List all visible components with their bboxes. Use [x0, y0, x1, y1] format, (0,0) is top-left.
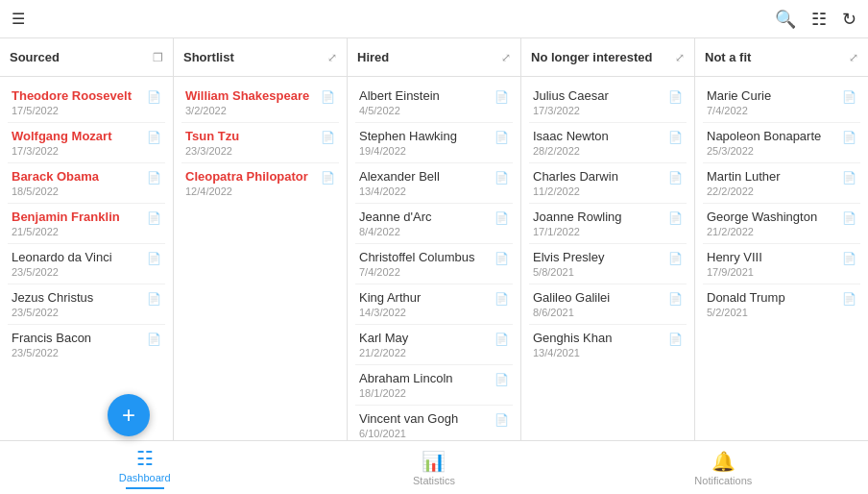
list-item[interactable]: Benjamin Franklin21/5/2022📄	[8, 204, 165, 244]
card-date: 21/5/2022	[12, 226, 143, 237]
list-item[interactable]: Isaac Newton28/2/2022📄	[529, 123, 687, 163]
card-action-icon[interactable]: 📄	[668, 171, 683, 185]
card-action-icon[interactable]: 📄	[321, 171, 335, 185]
nav-item-statistics[interactable]: 📊Statistics	[289, 450, 578, 486]
list-item[interactable]: Francis Bacon23/5/2022📄	[8, 325, 165, 364]
card-date: 4/5/2022	[359, 105, 491, 116]
menu-icon[interactable]: ☰	[12, 10, 25, 28]
card-action-icon[interactable]: 📄	[494, 373, 509, 386]
card-name: Donald Trump	[707, 290, 838, 305]
card-action-icon[interactable]: 📄	[494, 211, 509, 225]
card-action-icon[interactable]: 📄	[494, 413, 509, 427]
column-expand-sourced[interactable]: ❐	[153, 51, 163, 64]
list-item[interactable]: Napoleon Bonaparte25/3/2022📄	[703, 123, 860, 163]
card-action-icon[interactable]: 📄	[842, 131, 856, 144]
list-item[interactable]: Christoffel Columbus7/4/2022📄	[355, 244, 513, 284]
list-item[interactable]: Henry VIII17/9/2021📄	[703, 244, 860, 284]
list-item[interactable]: Wolfgang Mozart17/3/2022📄	[8, 123, 165, 163]
nav-item-dashboard[interactable]: ☷Dashboard	[0, 447, 289, 489]
card-action-icon[interactable]: 📄	[147, 211, 161, 225]
grid-icon[interactable]: ☷	[811, 9, 827, 30]
card-action-icon[interactable]: 📄	[668, 90, 683, 104]
list-item[interactable]: Abraham Lincoln18/1/2022📄	[355, 365, 513, 406]
card-action-icon[interactable]: 📄	[668, 211, 683, 225]
card-info: George Washington21/2/2022	[707, 210, 838, 237]
list-item[interactable]: Galileo Galilei8/6/2021📄	[529, 284, 687, 325]
card-info: Galileo Galilei8/6/2021	[533, 290, 664, 318]
list-item[interactable]: Marie Curie7/4/2022📄	[703, 83, 860, 123]
list-item[interactable]: Julius Caesar17/3/2022📄	[529, 83, 687, 123]
top-bar-actions: 🔍 ☷ ↻	[775, 9, 856, 30]
list-item[interactable]: Jezus Christus23/5/2022📄	[8, 284, 165, 325]
list-item[interactable]: Barack Obama18/5/2022📄	[8, 163, 165, 204]
list-item[interactable]: Elvis Presley5/8/2021📄	[529, 244, 687, 284]
card-action-icon[interactable]: 📄	[842, 211, 856, 225]
card-action-icon[interactable]: 📄	[842, 90, 856, 104]
card-action-icon[interactable]: 📄	[147, 90, 161, 104]
card-info: Tsun Tzu23/3/2022	[185, 129, 317, 157]
card-action-icon[interactable]: 📄	[494, 90, 509, 104]
list-item[interactable]: Jeanne d'Arc8/4/2022📄	[355, 204, 513, 244]
list-item[interactable]: George Washington21/2/2022📄	[703, 204, 860, 244]
card-date: 7/4/2022	[707, 105, 838, 116]
list-item[interactable]: Stephen Hawking19/4/2022📄	[355, 123, 513, 163]
card-info: Jeanne d'Arc8/4/2022	[359, 210, 491, 237]
list-item[interactable]: Leonardo da Vinci23/5/2022📄	[8, 244, 165, 284]
card-action-icon[interactable]: 📄	[147, 252, 161, 265]
list-item[interactable]: King Arthur14/3/2022📄	[355, 284, 513, 325]
card-action-icon[interactable]: 📄	[494, 333, 509, 346]
list-item[interactable]: Cleopatra Philopator12/4/2022📄	[181, 163, 339, 203]
card-action-icon[interactable]: 📄	[494, 292, 509, 306]
search-icon[interactable]: 🔍	[775, 9, 796, 30]
list-item[interactable]: Vincent van Gogh6/10/2021📄	[355, 406, 513, 440]
card-action-icon[interactable]: 📄	[842, 292, 856, 306]
refresh-icon[interactable]: ↻	[842, 9, 856, 30]
card-date: 7/4/2022	[359, 266, 491, 278]
list-item[interactable]: Albert Einstein4/5/2022📄	[355, 83, 513, 123]
card-name: Charles Darwin	[533, 169, 664, 184]
list-item[interactable]: Alexander Bell13/4/2022📄	[355, 163, 513, 204]
card-date: 23/5/2022	[12, 307, 143, 318]
list-item[interactable]: Donald Trump5/2/2021📄	[703, 284, 860, 324]
card-info: Albert Einstein4/5/2022	[359, 88, 491, 116]
column-hired: Hired⤢Albert Einstein4/5/2022📄Stephen Ha…	[348, 38, 521, 440]
card-action-icon[interactable]: 📄	[668, 252, 683, 265]
card-action-icon[interactable]: 📄	[321, 90, 335, 104]
card-date: 17/5/2022	[12, 105, 143, 116]
card-action-icon[interactable]: 📄	[147, 333, 161, 346]
card-info: Joanne Rowling17/1/2022	[533, 210, 664, 237]
card-info: Marie Curie7/4/2022	[707, 88, 838, 116]
card-action-icon[interactable]: 📄	[668, 292, 683, 306]
card-action-icon[interactable]: 📄	[147, 131, 161, 144]
card-name: Henry VIII	[707, 250, 838, 264]
card-name: Julius Caesar	[533, 88, 664, 103]
card-action-icon[interactable]: 📄	[842, 252, 856, 265]
card-name: Benjamin Franklin	[12, 210, 143, 224]
column-title-shortlist: Shortlist	[183, 50, 234, 64]
card-action-icon[interactable]: 📄	[842, 171, 856, 185]
card-action-icon[interactable]: 📄	[494, 171, 509, 185]
list-item[interactable]: Charles Darwin11/2/2022📄	[529, 163, 687, 204]
card-action-icon[interactable]: 📄	[147, 171, 161, 185]
list-item[interactable]: Karl May21/2/2022📄	[355, 325, 513, 365]
column-expand-hired[interactable]: ⤢	[501, 51, 511, 64]
list-item[interactable]: Theodore Roosevelt17/5/2022📄	[8, 83, 165, 123]
column-expand-no-longer[interactable]: ⤢	[675, 51, 685, 64]
card-action-icon[interactable]: 📄	[668, 131, 683, 144]
card-action-icon[interactable]: 📄	[494, 252, 509, 265]
list-item[interactable]: Genghis Khan13/4/2021📄	[529, 325, 687, 364]
column-expand-shortlist[interactable]: ⤢	[327, 51, 337, 64]
list-item[interactable]: Joanne Rowling17/1/2022📄	[529, 204, 687, 244]
card-action-icon[interactable]: 📄	[668, 333, 683, 346]
nav-item-notifications[interactable]: 🔔Notifications	[579, 450, 868, 486]
list-item[interactable]: William Shakespeare3/2/2022📄	[181, 83, 339, 123]
card-action-icon[interactable]: 📄	[494, 131, 509, 144]
list-item[interactable]: Martin Luther22/2/2022📄	[703, 163, 860, 204]
card-info: Elvis Presley5/8/2021	[533, 250, 664, 278]
column-expand-not-fit[interactable]: ⤢	[849, 51, 858, 64]
card-info: Julius Caesar17/3/2022	[533, 88, 664, 116]
card-action-icon[interactable]: 📄	[321, 131, 335, 144]
add-button[interactable]: +	[108, 394, 150, 436]
card-action-icon[interactable]: 📄	[147, 292, 161, 306]
list-item[interactable]: Tsun Tzu23/3/2022📄	[181, 123, 339, 163]
